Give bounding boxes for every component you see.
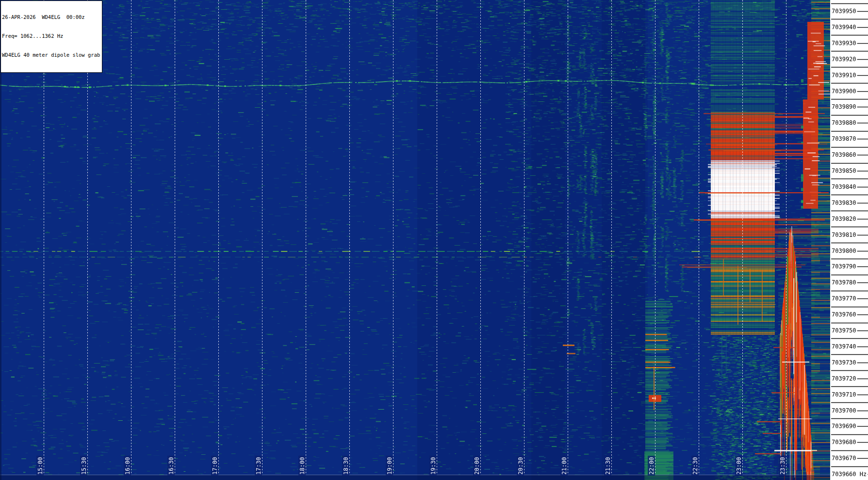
info-box: 26-APR-2026 WD4ELG 00:00z Freq= 1062...1… [0,0,102,73]
spectrogram-canvas [0,0,868,480]
qrss-grabber-screenshot: 26-APR-2026 WD4ELG 00:00z Freq= 1062...1… [0,0,868,480]
info-line-date: 26-APR-2026 WD4ELG 00:00z [2,14,100,20]
info-line-station: WD4ELG 40 meter dipole slow grab [2,52,100,58]
info-line-freq: Freq= 1062...1362 Hz [2,33,100,39]
